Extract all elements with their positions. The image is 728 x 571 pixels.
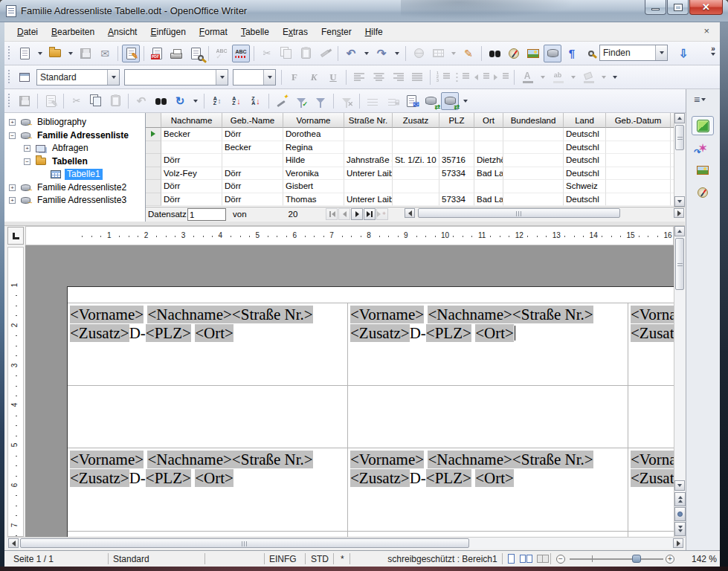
label-cell[interactable]: <Vorname> <Nachname><Straße Nr.><Zusatz>… bbox=[348, 303, 628, 385]
sidebar-tab-navigator[interactable] bbox=[692, 183, 714, 202]
explorer-on-off-icon[interactable]: ⇄ bbox=[441, 92, 459, 110]
grid-cell[interactable] bbox=[503, 141, 564, 155]
label-cell[interactable]: <Vorname> <Nachname><Straße Nr.><Zusatz>… bbox=[68, 303, 347, 385]
expand-icon[interactable]: + bbox=[24, 145, 30, 152]
mail-merge-field[interactable]: <PLZ> bbox=[426, 324, 471, 342]
font-name-combo-dropdown[interactable] bbox=[216, 70, 228, 85]
scroll-down-icon[interactable] bbox=[674, 480, 685, 491]
draw-functions-icon[interactable]: ✎ bbox=[460, 45, 477, 62]
menu-einfgen[interactable]: Einfügen bbox=[144, 24, 192, 40]
gallery-icon[interactable] bbox=[524, 45, 542, 62]
new-document-icon[interactable] bbox=[16, 45, 33, 62]
grid-cell[interactable] bbox=[222, 154, 283, 167]
grid-cell[interactable]: Dörr bbox=[161, 193, 222, 207]
grid-cell[interactable] bbox=[439, 128, 474, 141]
tree-item-bibliography[interactable]: +→Bibliography bbox=[4, 116, 145, 129]
mail-merge-field[interactable]: <Zusatz> bbox=[631, 324, 674, 342]
page-preview-icon[interactable] bbox=[187, 45, 204, 62]
grid-cell[interactable]: Deutschl bbox=[564, 128, 606, 141]
grid-cell[interactable] bbox=[474, 141, 503, 155]
grid-cell[interactable]: Unterer Laiba bbox=[344, 167, 393, 181]
grid-cell[interactable] bbox=[503, 180, 564, 193]
grid-cell[interactable]: Becker bbox=[222, 141, 283, 155]
grid-column-header[interactable]: Nachname bbox=[161, 113, 222, 128]
grid-cell[interactable] bbox=[344, 128, 393, 141]
grid-cell[interactable] bbox=[393, 141, 439, 155]
zoom-icon[interactable] bbox=[582, 45, 600, 62]
tree-item-familieadressenliste[interactable]: −→Familie Adressenliste bbox=[4, 129, 145, 143]
grid-cell[interactable] bbox=[606, 128, 671, 141]
multi-page-view-icon[interactable] bbox=[519, 555, 532, 563]
undo-icon[interactable]: ↶ bbox=[342, 45, 360, 62]
grid-cell[interactable] bbox=[606, 154, 671, 167]
grid-cell[interactable]: Jahnstraße 46 bbox=[344, 154, 393, 167]
collapse-icon[interactable]: − bbox=[9, 132, 16, 139]
grid-cell[interactable]: Veronika bbox=[283, 167, 344, 181]
document-scrollbar-thumb[interactable] bbox=[675, 238, 684, 290]
single-page-view-icon[interactable] bbox=[508, 554, 515, 564]
grid-cell[interactable] bbox=[606, 167, 671, 181]
sort-ascending-icon[interactable]: AZ↓ bbox=[228, 92, 245, 110]
grid-cell[interactable] bbox=[439, 180, 474, 193]
label-cell[interactable]: <Vorname> <Nachname><Straße Nr.><Zusatz>… bbox=[628, 303, 674, 385]
mail-merge-field[interactable]: <Ort> bbox=[195, 324, 233, 342]
redo-icon[interactable]: ↷ bbox=[373, 45, 390, 62]
toolbar-overflow-icon[interactable]: » bbox=[711, 45, 715, 56]
horizontal-ruler[interactable]: 12345678910111213141516 bbox=[25, 226, 674, 245]
grid-cell[interactable] bbox=[439, 141, 474, 155]
zoom-out-icon[interactable]: − bbox=[556, 555, 565, 564]
book-view-icon[interactable] bbox=[537, 555, 549, 563]
grid-cell[interactable]: Dörr bbox=[222, 167, 283, 181]
new-dropdown-icon[interactable] bbox=[35, 45, 45, 62]
auto-filter-icon[interactable] bbox=[273, 92, 291, 110]
refresh-dropdown-icon[interactable] bbox=[190, 92, 200, 110]
grid-cell[interactable] bbox=[606, 180, 671, 193]
grid-cell[interactable] bbox=[503, 154, 564, 167]
mail-merge-field[interactable]: <Straße Nr.> bbox=[232, 451, 313, 468]
toolbar-options-icon[interactable] bbox=[610, 68, 619, 86]
grid-cell[interactable]: Deutschl bbox=[564, 167, 606, 181]
grid-cell[interactable]: Deutschl bbox=[564, 141, 606, 155]
record-selector[interactable] bbox=[146, 167, 161, 181]
grid-cell[interactable] bbox=[393, 128, 439, 141]
grid-cell[interactable]: Dorothea bbox=[283, 128, 344, 141]
grid-column-header[interactable]: PLZ bbox=[439, 113, 474, 128]
mail-merge-field[interactable]: <Nachname> bbox=[428, 451, 512, 468]
edit-file-icon[interactable]: ✎ bbox=[122, 45, 140, 62]
toolbar-grip[interactable] bbox=[7, 70, 12, 85]
mail-merge-field[interactable]: <Zusatz> bbox=[70, 469, 129, 487]
menu-bearbeiten[interactable]: Bearbeiten bbox=[45, 24, 101, 40]
mail-merge-field[interactable]: <PLZ> bbox=[146, 324, 191, 342]
grid-cell[interactable]: 57334 bbox=[439, 167, 474, 181]
grid-cell[interactable]: Thomas bbox=[283, 193, 344, 207]
mail-merge-field[interactable]: <Vorname> bbox=[350, 451, 424, 468]
grid-cell[interactable] bbox=[503, 193, 564, 207]
grid-column-header[interactable]: Bundesland bbox=[503, 113, 564, 128]
find-record-icon[interactable] bbox=[152, 92, 170, 110]
sidebar-tab-styles[interactable]: ✶↷ bbox=[692, 138, 714, 158]
find-dropdown[interactable] bbox=[655, 45, 667, 60]
expand-icon[interactable]: + bbox=[9, 119, 16, 126]
grid-scroll-right-icon[interactable] bbox=[674, 208, 684, 218]
sort-descending-icon[interactable]: ZA↓ bbox=[247, 92, 265, 110]
grid-cell[interactable]: Dörr bbox=[222, 128, 283, 141]
open-dropdown-icon[interactable] bbox=[65, 45, 75, 62]
sidebar-tab-properties[interactable] bbox=[692, 116, 714, 135]
grid-scroll-left-icon[interactable] bbox=[405, 208, 415, 218]
mail-merge-field[interactable]: <Vorname> bbox=[631, 306, 674, 323]
current-record-selector[interactable] bbox=[146, 128, 161, 141]
find-input[interactable] bbox=[600, 48, 655, 58]
standard-filter-icon[interactable] bbox=[312, 92, 329, 110]
menu-format[interactable]: Format bbox=[193, 24, 234, 40]
paragraph-style-combo-input[interactable] bbox=[37, 72, 107, 83]
zoom-slider[interactable] bbox=[632, 555, 641, 563]
grid-cell[interactable]: Dietzhö bbox=[474, 154, 503, 167]
menu-hilfe[interactable]: Hilfe bbox=[358, 24, 390, 40]
grid-cell[interactable]: Unterer Laiba bbox=[344, 193, 393, 207]
last-record-icon[interactable] bbox=[364, 208, 376, 220]
toolbar-options-icon[interactable] bbox=[460, 92, 470, 110]
grid-column-header[interactable]: Vorname bbox=[283, 113, 344, 128]
grid-cell[interactable] bbox=[393, 180, 439, 193]
next-record-icon[interactable] bbox=[351, 208, 363, 220]
grid-column-header[interactable]: Geb.-Datum bbox=[606, 113, 671, 128]
